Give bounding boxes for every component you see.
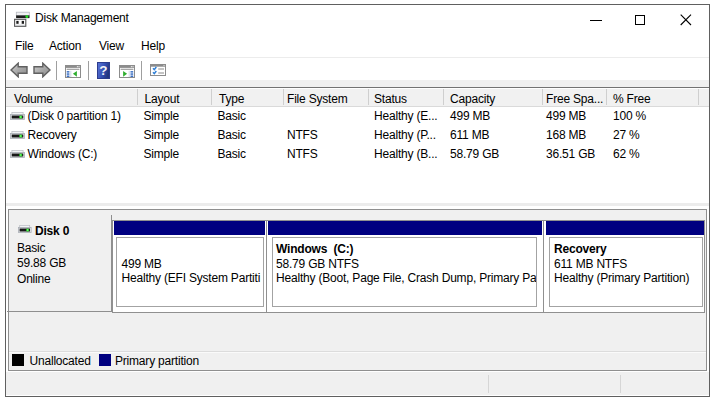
svg-text:?: ?: [99, 63, 107, 78]
